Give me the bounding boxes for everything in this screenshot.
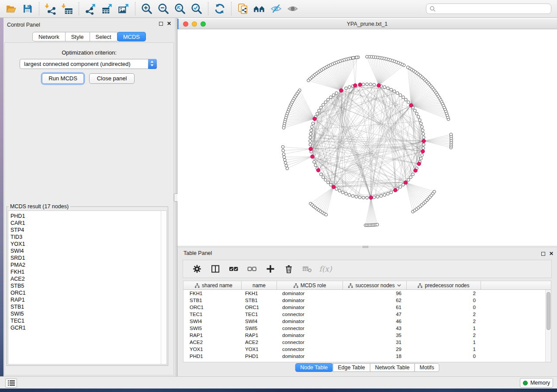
network-node[interactable] — [309, 143, 312, 146]
network-leaf-node[interactable] — [281, 145, 284, 148]
export-image-icon[interactable] — [115, 1, 132, 17]
mcds-result-item[interactable]: ACE2 — [8, 275, 160, 282]
mcds-result-item[interactable]: SWI4 — [8, 248, 160, 254]
task-history-button[interactable] — [5, 378, 17, 388]
search-input[interactable] — [438, 4, 549, 13]
network-mcds-node[interactable] — [414, 168, 418, 172]
network-node[interactable] — [324, 179, 327, 182]
network-leaf-node[interactable] — [366, 55, 369, 58]
network-node[interactable] — [329, 96, 332, 99]
refresh-view-icon[interactable] — [211, 1, 228, 17]
network-mcds-node[interactable] — [332, 185, 336, 189]
table-row[interactable]: FKH1FKH1dominator962 — [183, 290, 545, 297]
first-neighbors-icon[interactable] — [251, 1, 268, 17]
network-node[interactable] — [316, 112, 319, 115]
table-row[interactable]: TEC1TEC1connector472 — [183, 311, 545, 318]
network-node[interactable] — [380, 195, 383, 198]
network-mcds-node[interactable] — [369, 196, 373, 199]
network-node[interactable] — [335, 92, 338, 95]
network-mcds-node[interactable] — [311, 155, 315, 159]
open-file-icon[interactable] — [3, 1, 19, 17]
network-window-titlebar[interactable]: YPA_prune.txt_1 — [177, 19, 557, 29]
show-all-icon[interactable] — [284, 1, 301, 17]
close-panel-icon[interactable]: ✕ — [549, 251, 554, 256]
table-scrollbar[interactable] — [545, 290, 551, 362]
network-leaf-node[interactable] — [307, 79, 310, 82]
mcds-result-item[interactable]: STB1 — [8, 303, 160, 310]
network-leaf-node[interactable] — [352, 56, 355, 59]
duplicate-network-icon[interactable] — [235, 1, 251, 17]
network-node[interactable] — [322, 103, 325, 107]
network-mcds-node[interactable] — [394, 188, 398, 192]
hide-selected-icon[interactable] — [268, 1, 284, 17]
network-node[interactable] — [310, 129, 313, 132]
network-node[interactable] — [355, 195, 358, 198]
network-node[interactable] — [332, 94, 335, 97]
network-leaf-node[interactable] — [325, 213, 328, 217]
network-node[interactable] — [309, 140, 312, 143]
network-node[interactable] — [376, 195, 379, 198]
network-leaf-node[interactable] — [282, 149, 285, 152]
network-node[interactable] — [324, 101, 327, 104]
network-node[interactable] — [341, 191, 344, 194]
column-header-shared-name[interactable]: shared name — [186, 281, 242, 290]
run-mcds-button[interactable]: Run MCDS — [42, 73, 84, 84]
network-node[interactable] — [422, 136, 425, 139]
network-node[interactable] — [387, 193, 390, 196]
network-node[interactable] — [417, 115, 420, 118]
tab-motifs[interactable]: Motifs — [414, 363, 439, 372]
network-leaf-node[interactable] — [433, 190, 436, 193]
table-row[interactable]: RAP1RAP1dominator352 — [183, 332, 545, 339]
tab-style[interactable]: Style — [65, 32, 90, 41]
table-row[interactable]: YOX1YOX1connector291 — [183, 346, 545, 353]
network-node[interactable] — [320, 173, 323, 176]
network-leaf-node[interactable] — [406, 66, 409, 69]
network-mcds-node[interactable] — [316, 168, 320, 172]
network-node[interactable] — [402, 96, 405, 99]
network-node[interactable] — [422, 143, 425, 146]
network-node[interactable] — [335, 188, 338, 191]
add-column-icon[interactable] — [265, 264, 276, 274]
network-node[interactable] — [345, 193, 348, 196]
network-node[interactable] — [419, 119, 422, 122]
criterion-dropdown[interactable]: largest connected component (undirected) — [20, 59, 157, 69]
network-node[interactable] — [414, 109, 417, 112]
import-table-icon[interactable] — [59, 1, 76, 17]
network-node[interactable] — [313, 161, 316, 164]
network-leaf-node[interactable] — [282, 153, 285, 156]
network-node[interactable] — [348, 86, 351, 89]
mcds-result-item[interactable]: CAR1 — [8, 220, 160, 227]
close-panel-icon[interactable]: ✕ — [167, 21, 171, 26]
network-node[interactable] — [421, 125, 424, 128]
delete-column-icon[interactable] — [284, 264, 294, 274]
network-node[interactable] — [314, 164, 317, 167]
mcds-result-item[interactable]: ORC1 — [8, 289, 160, 296]
network-mcds-node[interactable] — [313, 117, 317, 121]
network-mcds-node[interactable] — [339, 89, 343, 93]
network-node[interactable] — [320, 106, 323, 109]
network-leaf-node[interactable] — [450, 133, 453, 136]
network-node[interactable] — [396, 92, 399, 95]
mcds-result-item[interactable]: TEC1 — [8, 317, 160, 324]
network-node[interactable] — [366, 196, 369, 199]
network-node[interactable] — [383, 86, 386, 89]
network-node[interactable] — [318, 109, 321, 112]
network-node[interactable] — [311, 122, 315, 125]
zoom-fit-icon[interactable] — [172, 1, 188, 17]
mcds-result-item[interactable]: PMA2 — [8, 261, 160, 268]
network-node[interactable] — [309, 132, 312, 135]
close-panel-button[interactable]: Close panel — [89, 73, 135, 84]
mcds-result-item[interactable]: FKH1 — [8, 268, 160, 275]
memory-button[interactable]: Memory — [520, 378, 553, 388]
network-mcds-node[interactable] — [353, 84, 357, 88]
table-row[interactable]: PHD1PHD1dominator180 — [183, 353, 545, 360]
network-node[interactable] — [407, 101, 410, 104]
network-node[interactable] — [412, 173, 415, 176]
network-node[interactable] — [329, 183, 332, 186]
table-row[interactable]: ORC1ORC1dominator610 — [183, 304, 545, 311]
network-leaf-node[interactable] — [283, 156, 286, 159]
column-header-successor-nodes[interactable]: successor nodes — [343, 281, 407, 290]
tab-mcds[interactable]: MCDS — [117, 32, 146, 41]
network-node[interactable] — [373, 196, 376, 199]
network-graph[interactable] — [177, 29, 557, 246]
